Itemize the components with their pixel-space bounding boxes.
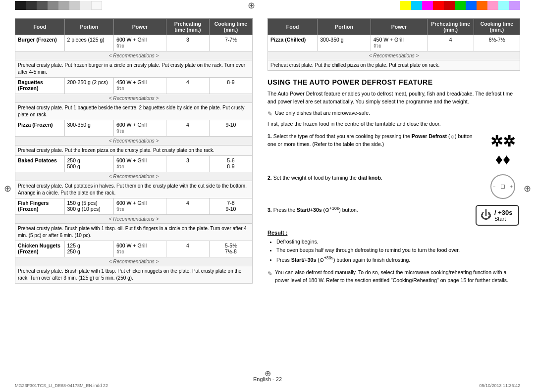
preheat-cell: 4 [428, 35, 474, 51]
food-cell: Baked Potatoes [15, 156, 65, 172]
rec-text: Preheat crusty plate. Put 1 baguette bes… [15, 103, 253, 120]
footer-date: 05/10/2013 11:36:42 [479, 383, 520, 388]
power-cell: 600 W + Grillถ้วย [114, 35, 166, 51]
rec-label: < Recommendations > [15, 215, 253, 224]
rec-text: Preheat crusty plate. Cut potatoes in ha… [15, 181, 253, 198]
result-item-2: The oven beeps half way through defrosti… [276, 246, 520, 254]
food-cell: Pizza (Frozen) [15, 120, 65, 137]
defrost-intro: The Auto Power Defrost feature enables y… [268, 90, 520, 106]
start-label: / +30s Start [494, 209, 513, 222]
step-3-num: 3. [268, 207, 272, 213]
step-2-text: Set the weight of food by turning the di… [273, 175, 382, 181]
power-cell: 450 W + Grillถ้วย [371, 35, 428, 51]
recommendation-text-row: Preheat crusty plate. Cut potatoes in ha… [15, 181, 253, 198]
defrost-title: USING THE AUTO POWER DEFROST FEATURE [268, 78, 520, 86]
recommendation-text-row: Preheat crusty plate. Put 1 baguette bes… [15, 103, 253, 120]
center-registration-mark: ⊕ [248, 0, 255, 11]
food-cell: Burger (Frozen) [15, 35, 65, 51]
start-power-icon: ⏻ [481, 209, 491, 222]
bottom-center-reg-mark: ⊕ [265, 369, 271, 378]
step-1-content: 1. Select the type of food that you are … [268, 133, 482, 148]
rec-label: < Recommendations > [15, 257, 253, 266]
result-content: Result : Defrosting begins. The oven bee… [268, 230, 520, 264]
portion-cell: 300-350 g [64, 120, 114, 137]
step-1-text: Select the type of food that you are coo… [268, 133, 473, 147]
food-cell: Chicken Nuggets (Frozen) [15, 241, 65, 257]
food-cell: Baguettes (Frozen) [15, 78, 65, 94]
step-2-icon: − + [485, 174, 520, 199]
table-row: Chicken Nuggets (Frozen) 125 g250 g 600 … [15, 241, 253, 257]
recommendation-text-row: Preheat crusty plate. Put the frozen piz… [15, 146, 253, 156]
col-header-preheat: Preheating time (min.) [166, 19, 209, 35]
step-1-icon: ✲✲♦♦ [485, 133, 520, 168]
step-1: 1. Select the type of food that you are … [268, 133, 520, 168]
cooking-cell: 5-5½7½-8 [209, 241, 252, 257]
portion-cell: 300-350 g [318, 35, 371, 51]
bottom-note-text: You can also defrost food manually. To d… [275, 269, 520, 285]
left-table-section: Food Portion Power Preheating time (min.… [15, 18, 253, 285]
col-header-portion: Portion [64, 19, 114, 35]
rec-label: < Recommendations > [15, 51, 253, 60]
preheat-cell: 4 [166, 78, 209, 94]
table-row: Pizza (Chilled) 300-350 g 450 W + Grillถ… [268, 35, 520, 51]
col-header-food-r: Food [268, 19, 318, 35]
main-content: Food Portion Power Preheating time (min.… [0, 13, 535, 290]
step-3-content: 3. Press the Start/+30s (⊙+30s) button. [268, 205, 472, 214]
cooking-cell: 5-68-9 [209, 156, 252, 172]
note-icon-2: ✎ [268, 269, 272, 278]
recommendation-header-row: < Recommendations > [15, 137, 253, 146]
portion-cell: 250 g500 g [64, 156, 114, 172]
col-header-portion-r: Portion [318, 19, 371, 35]
portion-cell: 150 g (5 pcs)300 g (10 pcs) [64, 198, 114, 215]
note-icon-1: ✎ [268, 110, 272, 117]
portion-cell: 125 g250 g [64, 241, 114, 257]
power-cell: 600 W + Grillถ้วย [114, 241, 166, 257]
dial-knob-icon: − + [490, 174, 515, 199]
step-2-content: 2. Set the weight of food by turning the… [268, 174, 482, 182]
recommendation-header-row: < Recommendations > [15, 94, 253, 103]
food-cell: Pizza (Chilled) [268, 35, 318, 51]
preheat-cell: 4 [166, 198, 209, 215]
top-bar: ⊕ [0, 0, 535, 11]
rec-text: Preheat crusty plate. Put the frozen piz… [15, 146, 253, 156]
step-3: 3. Press the Start/+30s (⊙+30s) button. … [268, 205, 520, 226]
table-row: Fish Fingers (Frozen) 150 g (5 pcs)300 g… [15, 198, 253, 215]
recommendation-text-row: Preheat crusty plate. Put frozen burger … [15, 60, 253, 78]
plus30s-label: / +30s [494, 209, 513, 216]
power-cell: 600 W + Grillถ้วย [114, 120, 166, 137]
col-header-power-r: Power [371, 19, 428, 35]
start-text: Start [494, 216, 513, 222]
dial-plus-label: + [510, 184, 513, 189]
power-cell: 600 W + Grillถ้วย [114, 198, 166, 215]
recommendation-text-row: Preheat crusty plate. Brush plate with 1… [15, 224, 253, 241]
col-header-cooking-r: Cooking time (min.) [474, 19, 520, 35]
result-item-1: Defrosting begins. [276, 238, 520, 246]
food-table-left: Food Portion Power Preheating time (min.… [15, 18, 253, 284]
col-header-preheat-r: Preheating time (min.) [428, 19, 474, 35]
table-row: Baked Potatoes 250 g500 g 600 W + Grillถ… [15, 156, 253, 172]
rec-label: < Recommendations > [15, 94, 253, 103]
cooking-cell: 9-10 [209, 120, 252, 137]
table-row: Baguettes (Frozen) 200-250 g (2 pcs) 450… [15, 78, 253, 94]
food-cell: Fish Fingers (Frozen) [15, 198, 65, 215]
col-header-cooking: Cooking time (min.) [209, 19, 252, 35]
rec-label: < Recommendations > [15, 137, 253, 146]
result-label: Result : [268, 230, 520, 236]
note-box-1: ✎ Use only dishes that are microwave-saf… [268, 110, 520, 117]
portion-cell: 200-250 g (2 pcs) [64, 78, 114, 94]
cooking-cell: 7-7½ [209, 35, 252, 51]
right-reg-mark: ⊕ [524, 183, 531, 194]
rec-text: Preheat crusty plate. Brush plate with 1… [15, 224, 253, 241]
step-3-text: Press the Start/+30s (⊙+30s) button. [273, 207, 358, 213]
col-header-power: Power [114, 19, 166, 35]
rec-text: Preheat crust plate. Put the chilled piz… [268, 60, 520, 71]
col-header-food: Food [15, 19, 65, 35]
power-cell: 600 W + Grillถ้วย [114, 156, 166, 172]
result-section: Result : Defrosting begins. The oven bee… [268, 230, 520, 264]
preheat-cell: 3 [166, 156, 209, 172]
cooking-cell: 8-9 [209, 78, 252, 94]
footer-meta: MG23F301TCS_LI_DE68-04178M_EN.indd 22 [15, 383, 108, 388]
recommendation-header-row: < Recommendations > [15, 257, 253, 266]
preheat-cell: 4 [166, 120, 209, 137]
step-1-num: 1. [268, 133, 272, 139]
